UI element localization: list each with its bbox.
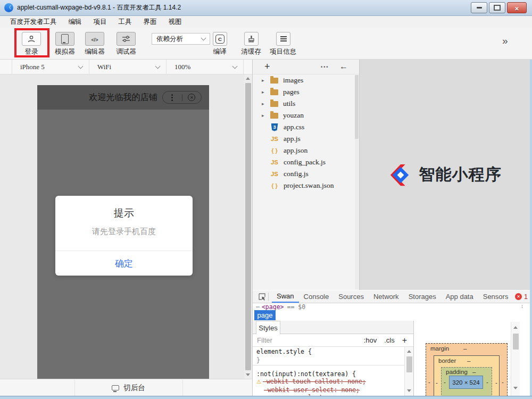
box-model-content[interactable]: 320 × 524: [449, 376, 483, 389]
tab-sources[interactable]: Sources: [334, 290, 369, 303]
scrollbar-thumb[interactable]: [245, 83, 251, 370]
expand-arrow-icon[interactable]: [262, 78, 267, 83]
zoom-select[interactable]: 100%: [174, 63, 190, 71]
expand-arrow-icon[interactable]: [262, 89, 267, 95]
css-property-line[interactable]: -webkit-touch-callout: none;: [256, 378, 366, 385]
exit-mini-program-button[interactable]: [182, 94, 202, 101]
simulator-button[interactable]: [55, 32, 74, 46]
scroll-up-icon[interactable]: [407, 350, 411, 353]
tree-item-file[interactable]: JS config.js: [253, 168, 359, 180]
tab-sensors[interactable]: Sensors: [478, 290, 513, 303]
minimize-icon: [477, 7, 482, 9]
debugger-button[interactable]: [117, 32, 136, 46]
scroll-down-icon[interactable]: [513, 387, 518, 389]
confirm-button[interactable]: 确定: [55, 251, 193, 276]
box-model-border[interactable]: border – - - padding – - - 320 × 524: [434, 355, 500, 396]
tree-item-file[interactable]: 3 app.css: [253, 121, 359, 133]
padding-left-value[interactable]: -: [444, 379, 446, 385]
css-property-line[interactable]: -webkit-user-select: none;: [264, 386, 360, 394]
tree-item-folder[interactable]: utils: [253, 98, 359, 110]
menu-item-devtools[interactable]: 百度开发者工具: [4, 18, 63, 27]
tree-item-folder[interactable]: images: [253, 74, 359, 86]
scrollbar-thumb[interactable]: [406, 356, 412, 372]
css-property[interactable]: -webkit-touch-callout: none;: [263, 378, 366, 385]
add-file-button[interactable]: [264, 61, 270, 72]
minimize-button[interactable]: [471, 2, 487, 13]
filter-input[interactable]: Filter: [257, 336, 272, 344]
clear-cache-button[interactable]: [244, 32, 259, 46]
scroll-down-icon[interactable]: [246, 373, 250, 376]
devtools-panel: Swan Console Sources Network Storages Ap…: [253, 290, 530, 396]
scroll-up-icon[interactable]: [513, 326, 518, 329]
tree-item-file[interactable]: { } project.swan.json: [253, 180, 359, 192]
tab-styles[interactable]: Styles: [256, 321, 280, 334]
box-model-padding[interactable]: padding – - - 320 × 524: [441, 367, 492, 396]
padding-top-value[interactable]: –: [472, 369, 476, 375]
scrollbar-thumb[interactable]: [355, 75, 359, 139]
tab-app-data[interactable]: App data: [441, 290, 478, 303]
menu-bar: 百度开发者工具 编辑 项目 工具 界面 视图: [0, 16, 532, 28]
scroll-down-icon[interactable]: [407, 389, 411, 392]
login-highlight-box: [14, 28, 49, 57]
compile-button[interactable]: C: [213, 32, 227, 46]
new-style-rule-button[interactable]: +: [402, 336, 407, 345]
rule-selector[interactable]: element.style {: [256, 348, 312, 355]
tab-swan[interactable]: Swan: [272, 290, 299, 303]
border-top-value[interactable]: –: [467, 358, 470, 364]
tree-item-folder[interactable]: pages: [253, 86, 359, 98]
tab-console[interactable]: Console: [299, 290, 334, 303]
simulator-scrollbar[interactable]: [244, 74, 252, 379]
tab-network[interactable]: Network: [369, 290, 404, 303]
menu-item-tools[interactable]: 工具: [113, 18, 138, 27]
close-button[interactable]: [507, 2, 527, 13]
rule-selector[interactable]: :not(input):not(textarea) {: [256, 370, 356, 378]
project-info-button[interactable]: [276, 32, 290, 46]
tree-item-file[interactable]: JS app.js: [253, 133, 359, 145]
padding-right-value[interactable]: -: [486, 379, 488, 385]
box-model-margin[interactable]: margin – - - border – - - padding – - - …: [426, 343, 508, 396]
dom-node-line[interactable]: ⋯ <page> == $0: [253, 303, 530, 311]
js-file-icon: JS: [271, 136, 278, 142]
file-tree-scrollbar[interactable]: [355, 75, 359, 289]
dependency-analysis-select[interactable]: 依赖分析: [152, 33, 210, 45]
margin-top-value[interactable]: –: [463, 345, 467, 352]
scrollbar-thumb[interactable]: [513, 334, 519, 350]
simulator-area: 欢迎光临我的店铺 提示 请先登录手机百度 确定: [0, 74, 252, 379]
switch-background-button[interactable]: 切后台: [74, 379, 182, 396]
css-property[interactable]: -moz-user-select: none;: [264, 394, 348, 396]
tree-item-folder[interactable]: youzan: [253, 110, 359, 121]
tab-storages[interactable]: Storages: [404, 290, 441, 303]
css-property-line[interactable]: -moz-user-select: none;: [264, 394, 348, 396]
border-right-value[interactable]: -: [495, 379, 497, 386]
menu-item-view[interactable]: 视图: [163, 18, 188, 27]
menu-item-project[interactable]: 项目: [88, 18, 113, 27]
toolbar-overflow-button[interactable]: [502, 35, 508, 47]
inspect-element-button[interactable]: [258, 293, 266, 301]
more-menu-button[interactable]: [163, 97, 182, 98]
tree-item-file[interactable]: { } app.json: [253, 145, 359, 156]
chevron-down-icon: [155, 64, 161, 69]
error-badge[interactable]: 1: [515, 293, 528, 301]
collapse-panel-button[interactable]: [339, 62, 348, 71]
scroll-up-icon[interactable]: [246, 77, 250, 80]
project-info-label: 项目信息: [264, 47, 302, 56]
more-options-button[interactable]: [321, 64, 329, 70]
editor-button[interactable]: [85, 32, 104, 46]
margin-left-value[interactable]: -: [428, 379, 430, 385]
expand-arrow-icon[interactable]: [262, 101, 267, 106]
class-toggle[interactable]: .cls: [384, 336, 395, 344]
pseudo-class-toggle[interactable]: :hov: [364, 336, 377, 344]
menu-item-interface[interactable]: 界面: [138, 18, 163, 27]
menu-item-edit[interactable]: 编辑: [63, 18, 88, 27]
tree-item-file[interactable]: JS config_pack.js: [253, 156, 359, 168]
margin-right-value[interactable]: -: [502, 379, 504, 385]
maximize-button[interactable]: [489, 2, 505, 13]
box-model-scrollbar[interactable]: [511, 322, 520, 396]
border-left-value[interactable]: -: [436, 379, 438, 386]
css-property[interactable]: -webkit-user-select: none;: [264, 386, 360, 394]
expand-arrow-icon[interactable]: [262, 113, 267, 118]
device-select[interactable]: iPhone 5: [20, 63, 45, 71]
styles-scrollbar[interactable]: [404, 347, 413, 396]
plus-icon: [264, 62, 270, 71]
network-select[interactable]: WiFi: [97, 63, 111, 71]
